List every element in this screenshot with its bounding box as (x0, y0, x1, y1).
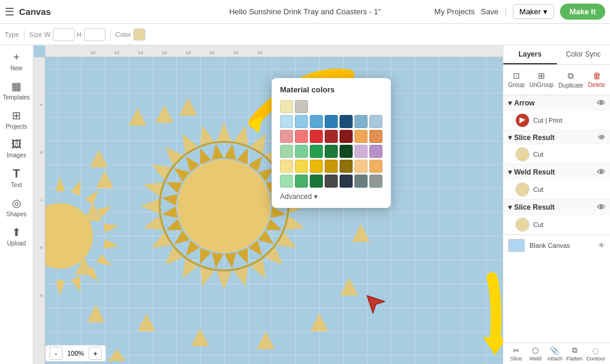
main-layout: + New ▦ Templates ⊞ Projects 🖼 Images T … (0, 45, 610, 364)
slice-button[interactable]: ✂ Slice (507, 345, 525, 363)
color-cell[interactable] (354, 130, 368, 143)
menu-icon[interactable]: ☰ (5, 5, 14, 18)
layer-item[interactable]: Cut | Print (503, 111, 610, 130)
layer-item[interactable]: Cut (503, 145, 610, 164)
color-cell[interactable] (369, 175, 382, 188)
color-cell[interactable] (295, 130, 308, 143)
color-cell[interactable] (340, 160, 353, 173)
visibility-icon-arrow[interactable]: 👁 (597, 98, 605, 108)
weld-button[interactable]: ⬡ Weld (526, 345, 544, 363)
color-cell[interactable] (325, 130, 338, 143)
attach-icon: 📎 (550, 346, 559, 355)
color-popup: Material colors (272, 78, 391, 208)
canvas-area[interactable]: 10 12 14 16 18 20 22 24 4 6 7 8 9 (33, 45, 503, 364)
layer-group-header-slice2[interactable]: ▾ Slice Result 👁 (503, 200, 610, 215)
advanced-button[interactable]: Advanced ▾ (280, 192, 382, 201)
toolbar-separator-1 (24, 29, 24, 41)
color-cell[interactable] (295, 115, 308, 128)
color-cell[interactable] (280, 160, 293, 173)
layer-group-header-slice1[interactable]: ▾ Slice Result 👁 (503, 130, 610, 145)
svg-marker-1 (234, 124, 253, 145)
color-cell[interactable] (310, 160, 323, 173)
sidebar-item-upload[interactable]: ⬆ Upload (0, 222, 33, 250)
color-cell[interactable] (310, 130, 323, 143)
maker-button[interactable]: Maker ▾ (513, 4, 554, 19)
color-cell[interactable] (295, 145, 308, 158)
width-input[interactable] (53, 28, 74, 41)
color-cell[interactable] (369, 145, 382, 158)
svg-marker-71 (85, 187, 102, 204)
ungroup-button[interactable]: ⊞ UnGroup (528, 69, 555, 91)
blank-canvas-item[interactable]: Blank Canvas 👁 (503, 235, 610, 256)
sidebar-item-new[interactable]: + New (0, 48, 33, 75)
color-cell[interactable] (280, 115, 293, 128)
sidebar-item-projects[interactable]: ⊞ Projects (0, 105, 33, 133)
my-projects-button[interactable]: My Projects (434, 7, 475, 16)
color-cell[interactable] (310, 175, 323, 188)
color-cell[interactable] (295, 175, 308, 188)
delete-button[interactable]: 🗑 Delete (587, 69, 606, 91)
color-cell[interactable] (354, 115, 368, 128)
upload-icon: ⬆ (12, 226, 21, 239)
color-cell[interactable] (340, 145, 353, 158)
h-label: H (77, 31, 82, 38)
doc-title: Hello Sunshine Drink Tray and Coasters -… (229, 7, 381, 16)
color-cell[interactable] (325, 175, 338, 188)
ruler-tick-v: 9 (39, 294, 43, 297)
color-cell[interactable] (369, 115, 382, 128)
height-input[interactable] (84, 28, 105, 41)
zoom-plus-button[interactable]: + (89, 347, 102, 360)
sidebar-item-shapes[interactable]: ◎ Shapes (0, 193, 33, 221)
color-cell[interactable] (325, 160, 338, 173)
color-swatch[interactable] (133, 29, 145, 41)
color-cell[interactable] (340, 175, 353, 188)
sidebar-item-text[interactable]: T Text (0, 163, 33, 192)
color-cell[interactable] (280, 175, 293, 188)
layer-group-header-arrow[interactable]: ▾ Arrow 👁 (503, 95, 610, 111)
color-cell[interactable] (280, 130, 293, 143)
color-cell[interactable] (325, 145, 338, 158)
color-cell[interactable] (340, 130, 353, 143)
color-row-blues (280, 115, 382, 128)
attach-button[interactable]: 📎 Attach (546, 345, 564, 363)
color-cell[interactable] (369, 130, 382, 143)
duplicate-button[interactable]: ⧉ Duplicate (557, 69, 584, 91)
tab-layers[interactable]: Layers (503, 45, 557, 64)
sidebar-item-images[interactable]: 🖼 Images (0, 135, 33, 162)
color-cell[interactable] (325, 115, 338, 128)
color-cell[interactable] (340, 115, 353, 128)
layer-group-header-weld[interactable]: ▾ Weld Result 👁 (503, 164, 610, 180)
layer-thumbnail (515, 147, 530, 161)
color-cell[interactable] (295, 100, 308, 113)
svg-marker-17 (142, 216, 163, 235)
sidebar-item-templates[interactable]: ▦ Templates (0, 76, 33, 104)
svg-point-49 (178, 160, 270, 253)
visibility-icon-slice1[interactable]: 👁 (598, 133, 605, 142)
flatten-button[interactable]: ⧉ Flatten (565, 344, 584, 363)
color-cell[interactable] (354, 160, 368, 173)
svg-marker-51 (90, 150, 108, 167)
color-cell[interactable] (354, 175, 368, 188)
visibility-icon-slice2[interactable]: 👁 (597, 203, 605, 212)
layer-item[interactable]: Cut (503, 180, 610, 199)
color-cell[interactable] (310, 145, 323, 158)
tab-color-sync[interactable]: Color Sync (557, 45, 611, 64)
color-cell[interactable] (280, 100, 293, 113)
visibility-icon-canvas[interactable]: 👁 (598, 241, 605, 250)
zoom-minus-button[interactable]: - (49, 347, 63, 360)
color-cell[interactable] (280, 145, 293, 158)
layer-item[interactable]: Cut (503, 215, 610, 234)
group-button[interactable]: ⊡ Group (507, 69, 526, 91)
color-cell[interactable] (295, 160, 308, 173)
color-cell[interactable] (354, 145, 368, 158)
ruler-tick: 12 (114, 50, 120, 55)
layer-group-slice1: ▾ Slice Result 👁 Cut (503, 130, 610, 164)
color-cell[interactable] (310, 115, 323, 128)
save-button[interactable]: Save (481, 7, 499, 16)
svg-marker-77 (71, 276, 85, 294)
svg-marker-50 (129, 108, 147, 126)
make-it-button[interactable]: Make It (560, 4, 605, 20)
color-cell[interactable] (369, 160, 382, 173)
contour-button[interactable]: ◌ Contour (585, 345, 606, 363)
visibility-icon-weld[interactable]: 👁 (597, 167, 605, 177)
